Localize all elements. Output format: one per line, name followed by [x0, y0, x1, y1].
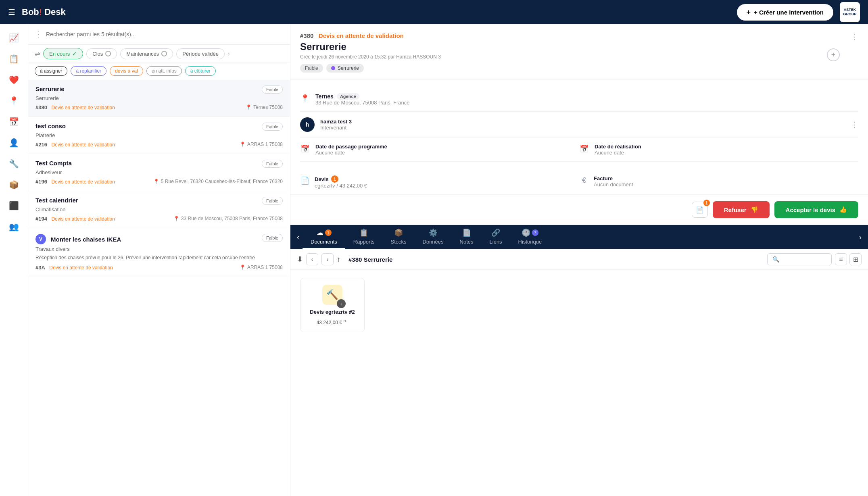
sidebar-item-team[interactable]: 👥: [4, 217, 24, 236]
tag-cloturer[interactable]: à clôturer: [185, 66, 216, 76]
circle-icon: [105, 51, 111, 56]
intervention-card-194[interactable]: Test calendrier Faible Climatisation #19…: [28, 191, 290, 228]
devis-count-badge: 1: [331, 175, 338, 183]
docs-toolbar: ⬇ ‹ › ↑ #380 Serrurerie 🔍 ≡ ⊞: [290, 249, 868, 270]
tab-rapports[interactable]: 📋 Rapports: [345, 225, 383, 249]
docs-search-box[interactable]: 🔍: [767, 253, 832, 265]
docs-prev-btn[interactable]: ‹: [306, 253, 318, 265]
card-subtitle-380: Serrurerie: [35, 95, 283, 101]
filter-icon[interactable]: ⇌: [35, 50, 40, 58]
card-title-380: Serrurerie: [35, 85, 65, 92]
main-layout: ⋮ ⇌ En cours ✓ Clos Maintenances Période…: [28, 24, 868, 496]
accepter-button[interactable]: Accepter le devis 👍: [774, 201, 858, 218]
hamburger-icon[interactable]: ☰: [8, 7, 15, 17]
sidebar-item-location[interactable]: 📍: [4, 91, 24, 110]
tabs-right-arrow[interactable]: ›: [856, 233, 865, 242]
card-id-196: #196: [35, 179, 47, 185]
tabs-left-arrow[interactable]: ‹: [294, 233, 303, 242]
intervention-card-3a[interactable]: V Monter les chaises IKEA Faible Travaux…: [28, 228, 290, 277]
sidebar-item-health[interactable]: ❤️: [4, 70, 24, 90]
accepter-label: Accepter le devis: [786, 206, 835, 213]
tabs-bar: ‹ ☁ 1 Documents 📋 Rapports 📦 Stocks ⚙️ D…: [290, 225, 868, 249]
tab-donnees-label: Données: [423, 239, 444, 245]
card-id-194: #194: [35, 216, 47, 222]
company-logo: ASTEKGROUP: [840, 2, 860, 22]
list-view-btn[interactable]: ≡: [835, 253, 847, 265]
category-tag-label: Serrurerie: [338, 65, 359, 71]
docs-next-btn[interactable]: ›: [321, 253, 334, 265]
filter-clos-label: Clos: [92, 51, 103, 57]
card-location-380: 📍 Ternes 75008: [246, 104, 283, 110]
docs-upload-icon[interactable]: ↑: [337, 255, 340, 264]
card-status-216: Devis en attente de validation: [51, 142, 115, 148]
doc-download-btn[interactable]: ↓: [337, 299, 346, 308]
tab-notes[interactable]: 📄 Notes: [452, 225, 482, 249]
detail-id: #380: [300, 32, 313, 39]
create-intervention-button[interactable]: + + Créer une intervention: [737, 4, 833, 21]
docs-content: 🔨 ↓ Devis egrtezrtv #2 43 242,00 € HT: [290, 270, 868, 496]
sidebar-item-tasks[interactable]: 📋: [4, 49, 24, 69]
sidebar-item-analytics[interactable]: 📈: [4, 28, 24, 48]
sidebar-item-tools[interactable]: 🔧: [4, 154, 24, 173]
tab-documents-label: Documents: [311, 239, 337, 245]
left-panel: ⋮ ⇌ En cours ✓ Clos Maintenances Période…: [28, 24, 290, 496]
tab-historique[interactable]: 🕐 7 Historique: [510, 225, 550, 249]
filter-maintenances[interactable]: Maintenances: [120, 48, 173, 59]
card-subtitle-194: Climatisation: [35, 206, 283, 213]
card-id-3a: #3A: [35, 265, 45, 271]
tab-donnees[interactable]: ⚙️ Données: [415, 225, 452, 249]
dots-menu-icon[interactable]: ⋮: [35, 30, 42, 39]
calendar-icon-1: 📅: [300, 144, 310, 153]
filter-clos[interactable]: Clos: [86, 48, 117, 59]
filter-periode[interactable]: Période validée: [176, 48, 225, 59]
box-icon: ⬛: [9, 201, 19, 210]
doc-card-name: Devis egrtezrtv #2: [310, 309, 355, 315]
card-location-196: 📍 5 Rue Revel, 76320 Caudebec-lès-Elbeuf…: [153, 179, 283, 184]
sidebar-item-inventory[interactable]: 📦: [4, 175, 24, 194]
intervention-card-380[interactable]: Serrurerie Faible Serrurerie #380 Devis …: [28, 80, 290, 117]
filter-en-cours[interactable]: En cours ✓: [43, 48, 83, 59]
add-button[interactable]: +: [827, 48, 840, 61]
docs-row: 📄 Devis 1 egrtezrtv / 43 242,00 € € Fact…: [290, 170, 868, 195]
tag-assigner[interactable]: à assigner: [35, 66, 67, 76]
users-icon: 👤: [9, 138, 19, 148]
devis-label: Devis 1: [315, 175, 367, 183]
tag-replanifier[interactable]: à replanifier: [71, 66, 106, 76]
tab-documents[interactable]: ☁ 1 Documents: [303, 225, 345, 249]
facture-label: Facture: [594, 175, 633, 181]
sidebar-item-calendar[interactable]: 📅: [4, 112, 24, 131]
intervenant-more-menu[interactable]: ⋮: [851, 120, 858, 129]
search-input[interactable]: [46, 31, 284, 38]
pin-icon2: 📍: [240, 142, 246, 147]
doc-card-devis[interactable]: 🔨 ↓ Devis egrtezrtv #2 43 242,00 € HT: [300, 278, 365, 332]
card-title-194: Test calendrier: [35, 197, 78, 204]
sidebar-item-users[interactable]: 👤: [4, 133, 24, 152]
detail-title: Serrurerie: [300, 41, 858, 52]
priority-badge-380: Faible: [262, 85, 283, 94]
refuser-button[interactable]: Refuser 👎: [713, 201, 770, 218]
sidebar-item-box[interactable]: ⬛: [4, 196, 24, 215]
tab-historique-badge: 7: [532, 229, 538, 236]
card-title-3a: Monter les chaises IKEA: [51, 236, 121, 243]
tag-att-infos[interactable]: en att. infos: [146, 66, 182, 76]
docs-icon-button[interactable]: 📄 1: [692, 202, 708, 218]
priority-badge-216: Faible: [262, 123, 283, 131]
card-id-216: #216: [35, 142, 47, 148]
euro-icon: €: [579, 176, 589, 185]
thumbs-down-icon: 👎: [751, 206, 758, 213]
chevron-right-icon[interactable]: ›: [228, 50, 230, 57]
tab-stocks[interactable]: 📦 Stocks: [383, 225, 415, 249]
tag-devis[interactable]: devis à val: [110, 66, 143, 76]
create-btn-label: + Créer une intervention: [754, 9, 824, 16]
collapse-icon[interactable]: ⬇: [297, 255, 303, 264]
tab-rapports-label: Rapports: [353, 239, 375, 245]
grid-view-btn[interactable]: ⊞: [849, 253, 862, 265]
intervention-card-196[interactable]: Test Compta Faible Adhesiveur #196 Devis…: [28, 154, 290, 191]
docs-area: ⬇ ‹ › ↑ #380 Serrurerie 🔍 ≡ ⊞ 🔨: [290, 249, 868, 496]
intervention-card-216[interactable]: test conso Faible Platrerie #216 Devis e…: [28, 117, 290, 154]
detail-more-menu[interactable]: ⋮: [851, 32, 858, 41]
tab-liens-label: Liens: [490, 239, 502, 245]
filter-row: ⇌ En cours ✓ Clos Maintenances Période v…: [28, 45, 290, 63]
tab-liens[interactable]: 🔗 Liens: [482, 225, 510, 249]
right-panel: #380 Devis en attente de validation Serr…: [290, 24, 868, 496]
